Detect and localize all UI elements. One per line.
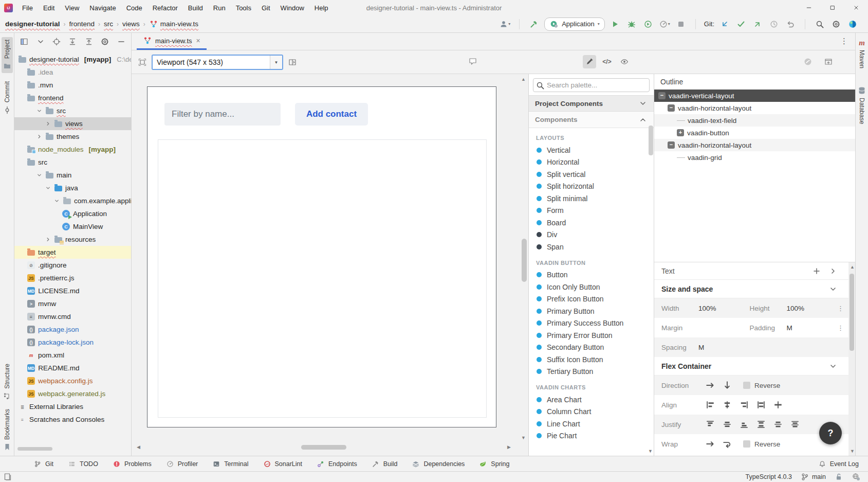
wrap-reverse-icon[interactable] [723, 439, 732, 449]
palette-item-vertical[interactable]: Vertical [529, 144, 654, 156]
plus-icon[interactable] [812, 266, 821, 276]
breadcrumb-item[interactable]: views [122, 20, 140, 28]
outline-item-vaadin-horizontal-layout[interactable]: −vaadin-horizontal-layout [654, 139, 855, 151]
tree-item-webpack-config-js[interactable]: JSwebpack.config.js [14, 374, 131, 387]
scroll-right-icon[interactable]: ▶ [507, 445, 511, 450]
align-stretch-icon[interactable] [756, 400, 766, 409]
push-button[interactable] [751, 18, 764, 30]
palette-item-prefix-icon-button[interactable]: Prefix Icon Button [529, 293, 654, 306]
palette-item-horizontal[interactable]: Horizontal [529, 156, 654, 169]
tree-item-target[interactable]: target [14, 246, 131, 259]
scroll-down-icon[interactable]: ▼ [521, 436, 526, 440]
user-menu-button[interactable]: ▾ [498, 18, 511, 30]
kebab-menu-icon[interactable]: ⋮ [837, 305, 844, 312]
outline-item-vaadin-grid[interactable]: vaadin-grid [654, 151, 855, 164]
tab-main-view[interactable]: main-view.ts × [137, 33, 207, 50]
tree-item-node-modules[interactable]: node_modules[myapp] [14, 143, 131, 156]
outline-item-vaadin-button[interactable]: +vaadin-button [654, 127, 855, 139]
tree-item-frontend[interactable]: frontend [14, 92, 131, 104]
justify-end-icon[interactable] [740, 420, 749, 429]
toolwindow-build-button[interactable]: Build [371, 459, 398, 469]
align-end-icon[interactable] [740, 400, 749, 409]
status-web-gear[interactable] [852, 472, 861, 481]
tree-item-resources[interactable]: resources [14, 233, 131, 246]
canvas-horizontal-scrollbar[interactable] [301, 445, 346, 450]
palette-item-area-chart[interactable]: Area Chart [529, 394, 654, 406]
sidebar-tab-bookmarks[interactable]: Bookmarks [3, 409, 12, 452]
tree-item-pom-xml[interactable]: mpom.xml [14, 349, 131, 362]
properties-header-text[interactable]: Text [654, 262, 855, 280]
debug-button[interactable] [625, 18, 638, 30]
tree-item-readme-md[interactable]: MDREADME.md [14, 362, 131, 374]
align-start-icon[interactable] [706, 400, 715, 409]
palette-item-primary-button[interactable]: Primary Button [529, 305, 654, 317]
max-button[interactable] [821, 0, 844, 15]
justify-around-icon[interactable] [773, 420, 783, 429]
outline-item-vaadin-vertical-layout[interactable]: −vaadin-vertical-layout [654, 90, 855, 102]
event-log-button[interactable]: Event Log [818, 459, 859, 469]
coverage-button[interactable] [642, 18, 654, 30]
palette-item-div[interactable]: Div [529, 229, 654, 241]
chevron-down-icon[interactable] [828, 362, 838, 371]
commit-check-button[interactable] [735, 18, 747, 30]
field-spacing[interactable]: SpacingM [661, 344, 750, 351]
palette-item-suffix-icon-button[interactable]: Suffix Icon Button [529, 353, 654, 366]
justify-start-icon[interactable] [706, 420, 715, 429]
toolwindow-terminal-button[interactable]: Terminal [212, 459, 248, 469]
reverse-checkbox[interactable] [743, 440, 750, 448]
project-toolbar-collapse-all[interactable] [83, 35, 95, 48]
project-horizontal-scrollbar[interactable] [17, 447, 52, 451]
menu-refactor[interactable]: Refactor [149, 3, 182, 13]
viewport-size-input[interactable] [153, 56, 270, 69]
field-height[interactable]: Height100% [750, 305, 838, 312]
justify-center-icon[interactable] [723, 420, 732, 429]
project-toolbar-minimize[interactable] [116, 35, 127, 48]
chevron-down-icon[interactable] [45, 185, 51, 191]
chevron-down-icon[interactable] [828, 284, 838, 294]
minus-icon[interactable]: − [658, 92, 666, 99]
breadcrumb-item[interactable]: src [104, 20, 113, 28]
open-in-new-button[interactable] [822, 56, 835, 68]
sidebar-tab-maven[interactable]: mMaven [857, 38, 866, 68]
run-config-selector[interactable]: Application▾ [544, 17, 605, 31]
menu-git[interactable]: Git [257, 3, 274, 13]
palette-item-primary-error-button[interactable]: Primary Error Button [529, 329, 654, 342]
tree-item-src[interactable]: src [14, 156, 131, 169]
sidebar-tab-database[interactable]: Database [857, 86, 866, 124]
menu-file[interactable]: File [18, 3, 37, 13]
rollback-button[interactable] [784, 18, 797, 30]
tree-item-java[interactable]: java [14, 182, 131, 194]
sphere-gray-button[interactable] [802, 56, 814, 68]
palette-item-button[interactable]: Button [529, 269, 654, 281]
help-button[interactable]: ? [819, 422, 842, 444]
chevron-right-icon[interactable] [45, 236, 51, 243]
sidebar-tab-project[interactable]: Project [2, 37, 13, 73]
chevron-down-icon[interactable] [53, 198, 60, 204]
tree-item-themes[interactable]: themes [14, 130, 131, 143]
menu-window[interactable]: Window [276, 3, 308, 13]
reverse-checkbox[interactable] [743, 382, 750, 389]
toolwindow-sonarlint-button[interactable]: SonarLint [263, 459, 303, 469]
tree-item-main[interactable]: main [14, 169, 131, 182]
min-button[interactable] [797, 0, 821, 15]
menu-help[interactable]: Help [310, 3, 333, 13]
tree-item-scratches-and-consoles[interactable]: ≡Scratches and Consoles [14, 413, 131, 426]
outline-item-vaadin-horizontal-layout[interactable]: −vaadin-horizontal-layout [654, 102, 855, 114]
tree-item-mainview[interactable]: CMainView [14, 220, 131, 233]
sidebar-tab-structure[interactable]: Structure [3, 364, 12, 401]
minus-icon[interactable]: − [668, 141, 675, 149]
arrow-right-icon[interactable] [706, 381, 715, 390]
toolwindow-endpoints-button[interactable]: Endpoints [316, 459, 357, 469]
menu-run[interactable]: Run [209, 3, 230, 13]
palette-item-icon-only-button[interactable]: Icon Only Button [529, 281, 654, 293]
tree-item--idea[interactable]: .idea [14, 66, 131, 79]
tree-item-webpack-generated-js[interactable]: JSwebpack.generated.js [14, 387, 131, 400]
palette-item-split-minimal[interactable]: Split minimal [529, 192, 654, 205]
arrow-right-icon[interactable] [706, 439, 715, 449]
scroll-down-icon[interactable]: ▼ [648, 449, 653, 454]
breadcrumb-item[interactable]: frontend [69, 20, 95, 28]
properties-scroll-thumb[interactable] [849, 274, 854, 351]
outline-item-vaadin-text-field[interactable]: vaadin-text-field [654, 114, 855, 127]
palette-item-split-vertical[interactable]: Split vertical [529, 168, 654, 181]
tree-item-package-json[interactable]: {}package.json [14, 323, 131, 336]
